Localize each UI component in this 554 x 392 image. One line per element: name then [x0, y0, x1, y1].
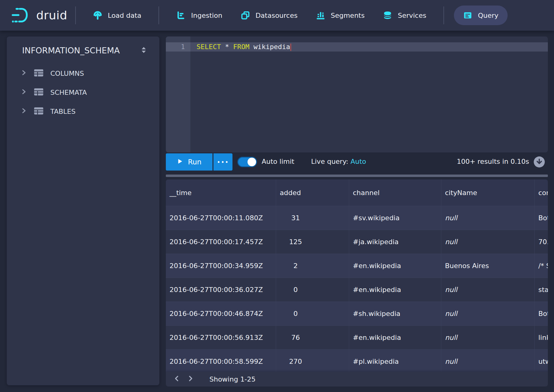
live-query: Live query: Auto: [311, 158, 366, 165]
cell-comment: 70.: [535, 230, 548, 254]
cell-cityName: null: [441, 230, 535, 254]
nav-divider: [158, 6, 159, 24]
cell-comment: link: [535, 326, 548, 350]
chevron-right-icon: [20, 107, 27, 115]
druid-logo-icon: [12, 8, 31, 23]
cell-time: 2016-06-27T00:00:36.027Z: [166, 278, 276, 302]
sql-editor[interactable]: 1 SELECT * FROM wikipedia: [166, 37, 548, 152]
nav-item-segments[interactable]: Segments: [307, 6, 374, 25]
column-header-channel[interactable]: channel: [349, 179, 441, 206]
line-number: 1: [166, 42, 185, 52]
sql-query-text: SELECT * FROM wikipedia: [197, 42, 291, 52]
segments-icon: [316, 11, 325, 20]
cell-channel: #sv.wikipedia: [349, 206, 441, 230]
cell-comment: Bot: [535, 302, 548, 326]
ingestion-icon: [176, 11, 185, 20]
download-icon[interactable]: [533, 156, 545, 169]
table-icon: [34, 106, 44, 117]
nav-item-datasources[interactable]: Datasources: [232, 6, 307, 25]
nav-item-label: Segments: [331, 12, 365, 19]
nav-item-load-data[interactable]: Load data: [84, 6, 150, 25]
cell-cityName: null: [441, 278, 535, 302]
nav-item-label: Datasources: [256, 12, 298, 19]
play-icon: [177, 158, 183, 166]
auto-limit-toggle[interactable]: [237, 157, 257, 167]
cell-added: 270: [276, 350, 349, 374]
nav-item-ingestion[interactable]: Ingestion: [167, 6, 232, 25]
table-row: 2016-06-27T00:00:34.959Z 2 #en.wikipedia…: [166, 254, 548, 278]
datasources-icon: [241, 11, 250, 20]
cell-channel: #sh.wikipedia: [349, 302, 441, 326]
cell-added: 2: [276, 254, 349, 278]
panel-resize-handle[interactable]: [166, 175, 548, 177]
cell-channel: #ja.wikipedia: [349, 230, 441, 254]
nav-divider: [75, 6, 76, 24]
logo-text: druid: [36, 9, 67, 22]
cell-added: 0: [276, 278, 349, 302]
table-row: 2016-06-27T00:00:36.027Z 0 #en.wikipedia…: [166, 278, 548, 302]
nav-item-label: Load data: [108, 12, 141, 19]
run-more-button[interactable]: •••: [213, 153, 232, 171]
table-row: 2016-06-27T00:00:17.457Z 125 #ja.wikiped…: [166, 230, 548, 254]
results-panel: __time added channel cityName comment 20…: [166, 179, 548, 386]
cell-added: 125: [276, 230, 349, 254]
table-row: 2016-06-27T00:00:56.913Z 76 #en.wikipedi…: [166, 326, 548, 350]
sidebar-item-label: SCHEMATA: [50, 89, 87, 96]
cell-cityName: null: [441, 350, 535, 374]
live-query-value[interactable]: Auto: [350, 158, 366, 165]
chevron-right-icon: [186, 375, 194, 384]
run-button-label: Run: [188, 158, 201, 166]
pagination-label: Showing 1-25: [209, 375, 256, 383]
column-header-time[interactable]: __time: [166, 179, 276, 206]
sidebar-item-label: TABLES: [50, 108, 76, 115]
druid-logo[interactable]: druid: [12, 8, 67, 23]
query-icon: [463, 11, 472, 20]
sidebar-item-label: COLUMNS: [50, 70, 84, 77]
schema-selector[interactable]: INFORMATION_SCHEMA: [7, 37, 159, 64]
table-row: 2016-06-27T00:00:58.599Z 270 #pl.wikiped…: [166, 350, 548, 374]
results-table: __time added channel cityName comment 20…: [166, 179, 548, 374]
cell-time: 2016-06-27T00:00:46.874Z: [166, 302, 276, 326]
cell-time: 2016-06-27T00:00:34.959Z: [166, 254, 276, 278]
cell-time: 2016-06-27T00:00:58.599Z: [166, 350, 276, 374]
cell-time: 2016-06-27T00:00:56.913Z: [166, 326, 276, 350]
cell-added: 76: [276, 326, 349, 350]
chevron-right-icon: [20, 88, 27, 96]
cell-cityName: null: [441, 326, 535, 350]
editor-gutter: [166, 37, 190, 152]
upload-icon: [93, 11, 102, 20]
cell-channel: #en.wikipedia: [349, 326, 441, 350]
nav-item-label: Ingestion: [191, 12, 222, 19]
previous-page-button[interactable]: [170, 373, 184, 385]
table-row: 2016-06-27T00:00:11.080Z 31 #sv.wikipedi…: [166, 206, 548, 230]
sidebar-item-tables[interactable]: TABLES: [7, 102, 159, 121]
column-header-cityName[interactable]: cityName: [441, 179, 535, 206]
table-row: 2016-06-27T00:00:46.874Z 0 #sh.wikipedia…: [166, 302, 548, 326]
column-header-comment[interactable]: comment: [535, 179, 548, 206]
cell-cityName: null: [441, 206, 535, 230]
pagination-bar: Showing 1-25: [166, 372, 548, 386]
cell-channel: #pl.wikipedia: [349, 350, 441, 374]
next-page-button[interactable]: [184, 373, 197, 385]
cell-channel: #en.wikipedia: [349, 278, 441, 302]
nav-item-services[interactable]: Services: [374, 6, 435, 25]
sidebar-item-schemata[interactable]: SCHEMATA: [7, 83, 159, 102]
cell-channel: #en.wikipedia: [349, 254, 441, 278]
nav-item-label: Services: [398, 12, 426, 19]
sidebar-item-columns[interactable]: COLUMNS: [7, 64, 159, 83]
cell-added: 0: [276, 302, 349, 326]
more-icon: •••: [217, 159, 229, 165]
services-icon: [383, 11, 392, 20]
run-button[interactable]: Run: [166, 153, 213, 171]
cell-time: 2016-06-27T00:00:11.080Z: [166, 206, 276, 230]
cell-added: 31: [276, 206, 349, 230]
double-caret-vertical-icon[interactable]: [140, 46, 148, 55]
nav-divider: [443, 6, 444, 24]
nav-item-label: Query: [478, 12, 498, 19]
auto-limit-label: Auto limit: [262, 158, 294, 165]
text-cursor: [291, 44, 291, 51]
nav-item-query[interactable]: Query: [454, 6, 508, 25]
column-header-added[interactable]: added: [276, 179, 349, 206]
schema-sidebar: INFORMATION_SCHEMA COLUMNS: [7, 37, 159, 385]
table-header-row: __time added channel cityName comment: [166, 179, 548, 206]
